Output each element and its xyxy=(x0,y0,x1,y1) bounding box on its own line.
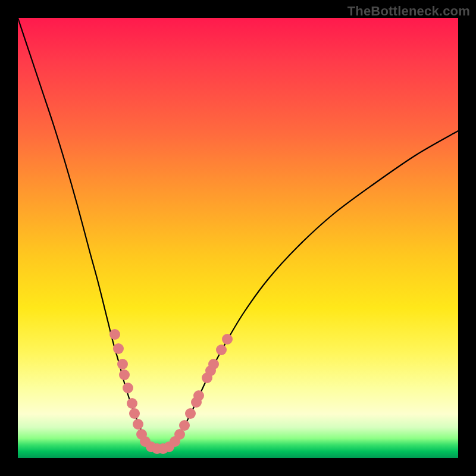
curve-svg xyxy=(18,18,458,458)
bead-marker xyxy=(216,345,227,355)
bead-marker xyxy=(179,420,190,431)
bead-marker xyxy=(119,369,130,380)
bead-marker xyxy=(185,408,196,419)
bead-marker xyxy=(123,383,133,393)
bead-marker xyxy=(117,359,128,369)
bead-marker xyxy=(129,408,140,419)
bead-marker xyxy=(222,334,233,345)
chart-frame: TheBottleneck.com xyxy=(0,0,476,476)
bead-marker xyxy=(109,329,120,340)
bottleneck-curve xyxy=(18,18,458,449)
bead-marker xyxy=(113,343,124,354)
highlight-beads xyxy=(109,329,233,454)
bead-marker xyxy=(133,419,143,430)
bead-marker xyxy=(127,398,137,409)
bead-marker xyxy=(208,359,219,369)
watermark-text: TheBottleneck.com xyxy=(347,4,470,19)
bead-marker xyxy=(193,390,204,401)
plot-area xyxy=(18,18,458,458)
